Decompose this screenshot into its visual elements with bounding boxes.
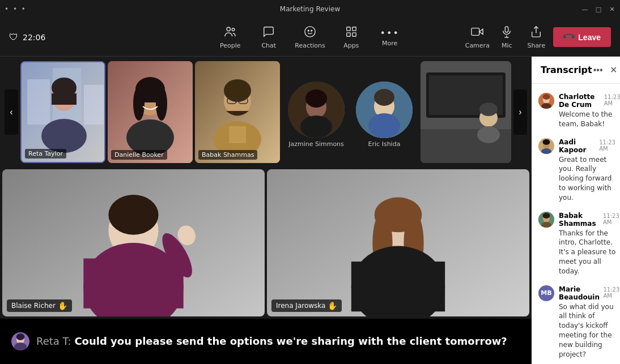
- svg-rect-10: [506, 26, 509, 32]
- caption-message: Could you please send the options we're …: [74, 335, 507, 347]
- svg-rect-20: [52, 93, 77, 105]
- participant-name-babak: Babak Shammas: [198, 150, 257, 160]
- svg-point-44: [368, 113, 400, 138]
- message-avatar: [538, 93, 554, 109]
- chat-button[interactable]: Chat: [256, 25, 281, 49]
- transcript-message: Aadi Kapoor11:23 AMGreat to meet you. Re…: [532, 134, 620, 207]
- message-text: Thanks for the intro, Charlotte. It's a …: [559, 229, 620, 276]
- participants-strip: ‹: [0, 57, 532, 167]
- main-content: ‹: [0, 57, 620, 364]
- main-video-grid: Blaise Richer ✋: [0, 167, 532, 319]
- message-time: 11:23 AM: [604, 94, 620, 106]
- transcript-message: Babak Shammas11:23 AMThanks for the intr…: [532, 207, 620, 281]
- message-avatar: MB: [538, 285, 554, 301]
- svg-rect-5: [347, 27, 350, 30]
- svg-point-2: [305, 26, 315, 36]
- minimize-button[interactable]: —: [581, 6, 588, 12]
- title-bar-dots: • • •: [5, 5, 27, 13]
- people-button[interactable]: People: [218, 25, 243, 49]
- message-time: 11:23 AM: [603, 286, 620, 299]
- close-button[interactable]: ✕: [609, 6, 615, 12]
- message-header: Charlotte De Crum11:23 AM: [559, 93, 620, 109]
- svg-rect-56: [83, 259, 183, 309]
- transcript-header-actions: ••• ✕: [592, 63, 618, 76]
- participant-card-danielle: Danielle Booker: [108, 61, 193, 163]
- svg-point-0: [227, 27, 230, 31]
- message-header: Aadi Kapoor11:23 AM: [559, 138, 620, 154]
- toolbar-left: 🛡 22:06: [9, 32, 210, 42]
- video-label-irena: Irena Jarowska ✋: [271, 299, 342, 312]
- share-label: Share: [527, 42, 545, 49]
- message-author: Babak Shammas: [559, 212, 600, 228]
- message-author: Charlotte De Crum: [559, 93, 601, 109]
- svg-rect-65: [351, 262, 445, 311]
- video-cell-irena: Irena Jarowska ✋: [267, 169, 529, 316]
- chat-label: Chat: [261, 42, 276, 49]
- camera-icon: [471, 25, 483, 41]
- svg-point-3: [308, 30, 309, 31]
- svg-rect-7: [347, 32, 350, 36]
- message-text: Great to meet you. Really looking forwar…: [559, 155, 620, 203]
- reactions-button[interactable]: Reactions: [295, 25, 325, 49]
- reactions-icon: [304, 25, 316, 41]
- transcript-more-button[interactable]: •••: [592, 64, 604, 76]
- message-avatar: [538, 138, 554, 154]
- video-label-blaise: Blaise Richer ✋: [7, 299, 72, 312]
- leave-button[interactable]: 📞 Leave: [553, 27, 611, 47]
- toolbar-center: People Chat Reactions: [210, 25, 410, 49]
- transcript-message: MBMarie Beaudouin11:23 AMSo what did you…: [532, 281, 620, 364]
- apps-label: Apps: [343, 42, 359, 49]
- call-timer: 22:06: [23, 33, 45, 42]
- transcript-panel: Transcript ••• ✕ Charlotte De Crum11:23 …: [532, 57, 620, 364]
- apps-icon: [345, 25, 358, 41]
- transcript-title: Transcript: [541, 65, 592, 75]
- svg-rect-27: [136, 88, 164, 102]
- strip-next-button[interactable]: ›: [513, 89, 527, 135]
- svg-point-76: [543, 139, 550, 145]
- participant-card-babak: Babak Shammas: [195, 61, 280, 163]
- people-label: People: [220, 42, 241, 49]
- share-icon: [530, 25, 542, 41]
- svg-point-72: [543, 94, 550, 100]
- message-author: Aadi Kapoor: [559, 138, 596, 154]
- hand-raised-icon-blaise: ✋: [58, 301, 67, 310]
- message-header: Marie Beaudouin11:23 AM: [559, 285, 620, 301]
- toolbar: 🛡 22:06 People Chat: [0, 18, 620, 57]
- message-text: Welcome to the team, Babak!: [559, 110, 620, 129]
- participant-wrapper-eric: Eric Ishida: [356, 82, 413, 148]
- svg-point-50: [479, 102, 498, 116]
- transcript-close-button[interactable]: ✕: [609, 63, 618, 76]
- camera-label: Camera: [465, 42, 490, 49]
- message-author: Marie Beaudouin: [559, 285, 600, 301]
- participant-name-eric: Eric Ishida: [368, 140, 401, 148]
- participant-name-jazmine: Jazmine Simmons: [288, 140, 344, 148]
- mic-button[interactable]: Mic: [494, 25, 519, 49]
- phone-icon: 📞: [562, 29, 577, 45]
- participant-name-reta: Reta Taylor: [25, 149, 66, 159]
- participant-wrapper-jazmine: Jazmine Simmons: [288, 82, 345, 148]
- caption-text: Reta T: Could you please send the option…: [36, 334, 507, 348]
- hand-raised-icon-irena: ✋: [328, 301, 337, 310]
- more-label: More: [382, 40, 397, 47]
- svg-rect-9: [472, 28, 479, 35]
- leave-label: Leave: [578, 33, 601, 42]
- video-area: ‹: [0, 57, 532, 364]
- more-button[interactable]: ••• More: [377, 28, 402, 47]
- strip-prev-button[interactable]: ‹: [5, 89, 18, 135]
- message-avatar: [538, 212, 554, 228]
- message-time: 11:23 AM: [599, 139, 620, 152]
- camera-button[interactable]: Camera: [465, 25, 490, 49]
- participant-card-jazmine: [288, 82, 345, 138]
- svg-point-51: [477, 126, 500, 143]
- svg-rect-17: [84, 85, 104, 125]
- svg-point-4: [311, 30, 312, 31]
- window-title: Marketing Review: [280, 5, 340, 13]
- svg-rect-8: [353, 32, 356, 36]
- apps-button[interactable]: Apps: [339, 25, 364, 49]
- title-bar-controls: — □ ✕: [581, 6, 615, 12]
- svg-rect-15: [27, 79, 50, 125]
- mic-label: Mic: [502, 42, 512, 49]
- restore-button[interactable]: □: [595, 6, 602, 12]
- reactions-label: Reactions: [295, 42, 325, 49]
- share-button[interactable]: Share: [524, 25, 549, 49]
